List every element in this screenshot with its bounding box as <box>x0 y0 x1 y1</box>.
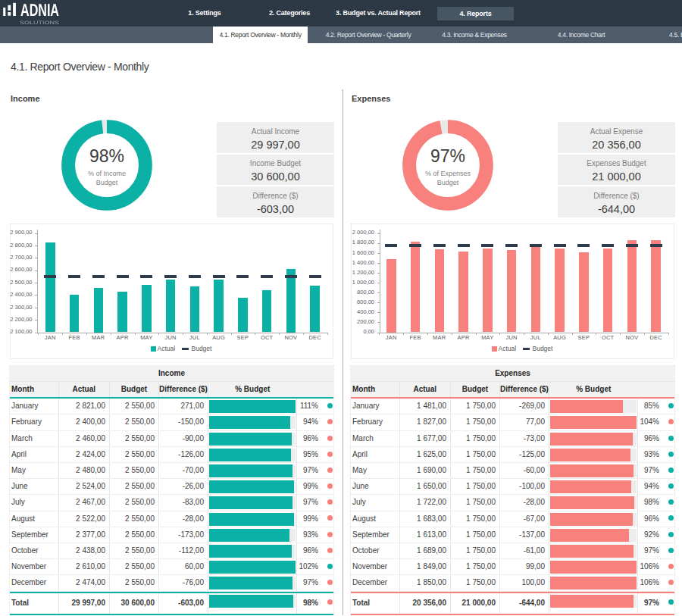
svg-text:SOLUTIONS: SOLUTIONS <box>20 20 60 26</box>
svg-text:ADNIA: ADNIA <box>20 0 59 20</box>
